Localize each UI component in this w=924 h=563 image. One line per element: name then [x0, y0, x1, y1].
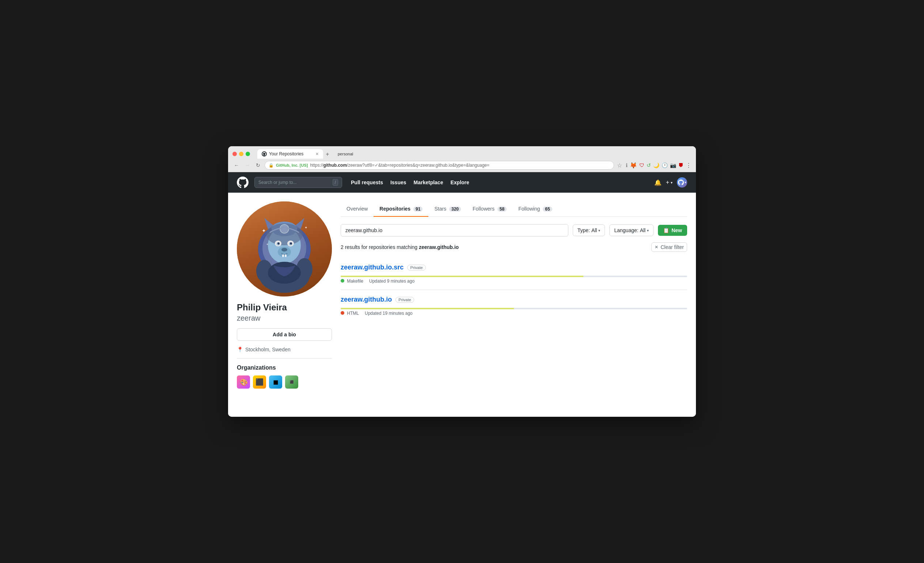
info-icon[interactable]: ℹ [626, 162, 628, 168]
menu-icon[interactable]: ⋮ [686, 162, 692, 169]
star-icon[interactable]: ☆ [617, 162, 622, 169]
repo-progress-bar-1 [340, 276, 687, 277]
browser-toolbar: ← → ↻ 🔒 GitHub, Inc. [US] https://github… [228, 159, 696, 172]
github-search-box[interactable]: Search or jump to... / [254, 177, 342, 188]
new-menu-button[interactable]: + ▾ [666, 179, 672, 186]
url-https: https:// [310, 163, 323, 168]
close-traffic-light[interactable] [232, 152, 237, 156]
nav-issues[interactable]: Issues [390, 180, 406, 185]
repo-lang-1: Makefile [340, 279, 363, 284]
new-tab-button[interactable]: + [323, 150, 332, 159]
location-text: Stockholm, Sweden [245, 347, 291, 353]
results-header: 2 results for repositories matching zeer… [340, 242, 687, 252]
org-icon-3[interactable]: ◼ [269, 375, 282, 389]
results-text: 2 results for repositories matching zeer… [340, 244, 459, 250]
svg-point-9 [280, 224, 289, 233]
nav-explore[interactable]: Explore [450, 180, 469, 185]
tab-title: Your Repositories [269, 152, 303, 156]
tab-overview[interactable]: Overview [340, 201, 374, 217]
add-bio-button[interactable]: Add a bio [237, 328, 332, 341]
maximize-traffic-light[interactable] [246, 152, 250, 156]
clear-filter-label: Clear filter [660, 244, 684, 250]
repo-badge-1: Private [407, 265, 426, 270]
url-path: /zeeraw?utf8=✓&tab=repositories&q=zeeraw… [347, 163, 489, 168]
profile-location: 📍 Stockholm, Sweden [237, 347, 332, 353]
minimize-traffic-light[interactable] [239, 152, 243, 156]
followers-count: 58 [498, 207, 507, 212]
main-content: Overview Repositories 91 Stars 320 Follo… [340, 201, 687, 408]
shield-icon: 🛡 [639, 162, 644, 168]
repository-list: zeeraw.github.io.src Private Makefile Up… [340, 258, 687, 322]
type-label: Type: [578, 227, 590, 233]
profile-sidebar: ✦ ✦ ✦ Philip Vieira zeeraw [237, 201, 332, 408]
repositories-count: 91 [413, 207, 423, 212]
tab-followers[interactable]: Followers 58 [467, 201, 513, 217]
nav-pull-requests[interactable]: Pull requests [351, 180, 383, 185]
repo-link-1[interactable]: zeeraw.github.io.src [340, 264, 404, 271]
forward-button[interactable]: → [243, 162, 252, 169]
nav-marketplace[interactable]: Marketplace [414, 180, 443, 185]
svg-rect-19 [285, 254, 286, 257]
github-header: Search or jump to... / Pull requests Iss… [228, 172, 696, 193]
profile-name: Philip Vieira [237, 302, 332, 312]
stars-count: 320 [449, 207, 461, 212]
org-icon-2[interactable]: ⬛ [253, 375, 266, 389]
repo-meta-2: HTML Updated 19 minutes ago [340, 311, 687, 316]
back-button[interactable]: ← [232, 162, 240, 169]
repo-item-2: zeeraw.github.io Private HTML Updated 19… [340, 290, 687, 322]
profile-label: personal [338, 152, 353, 156]
github-nav: Pull requests Issues Marketplace Explore [351, 180, 469, 185]
clear-filter-button[interactable]: ✕ Clear filter [651, 242, 687, 252]
browser-tabs: Your Repositories ✕ + [257, 149, 332, 159]
repo-item-header-1: zeeraw.github.io.src Private [340, 264, 687, 271]
tab-favicon [262, 152, 267, 156]
org-icon-4[interactable]: ◾ [285, 375, 298, 389]
tab-repositories[interactable]: Repositories 91 [374, 201, 428, 217]
repo-progress-inner-2 [340, 308, 514, 309]
secure-label: GitHub, Inc. [US] [276, 163, 308, 167]
camera-icon: 📷 [670, 162, 676, 168]
clear-filter-icon: ✕ [655, 245, 658, 250]
type-value: All [591, 227, 597, 233]
repo-badge-2: Private [396, 297, 414, 303]
new-repo-button[interactable]: 📋 New [658, 225, 687, 236]
lang-label: Language: [614, 227, 638, 233]
url-text: https://github.com/zeeraw?utf8=✓&tab=rep… [310, 163, 489, 168]
user-avatar[interactable]: ▾ [677, 177, 687, 188]
profile-tabs: Overview Repositories 91 Stars 320 Follo… [340, 201, 687, 217]
traffic-lights [232, 152, 250, 156]
svg-text:✦: ✦ [266, 243, 268, 246]
repo-progress-bar-2 [340, 308, 687, 309]
svg-text:🎨: 🎨 [240, 378, 248, 386]
github-header-right: 🔔 + ▾ ▾ [654, 177, 687, 188]
tab-stars[interactable]: Stars 320 [428, 201, 467, 217]
reload-button[interactable]: ↻ [254, 162, 262, 169]
type-dropdown[interactable]: Type: All ▾ [573, 224, 605, 236]
github-logo[interactable] [237, 177, 249, 188]
language-dropdown[interactable]: Language: All ▾ [609, 224, 654, 236]
address-bar[interactable]: 🔒 GitHub, Inc. [US] https://github.com/z… [265, 161, 614, 170]
tab-following[interactable]: Following 65 [513, 201, 558, 217]
org-icon-1[interactable]: 🎨 [237, 375, 250, 389]
moon-icon: 🌙 [653, 162, 659, 168]
tab-close-button[interactable]: ✕ [315, 152, 319, 156]
results-query: zeeraw.github.io [419, 244, 459, 250]
lang-dot-1 [340, 279, 344, 282]
clock-icon: 🕐 [662, 162, 668, 168]
avatar-illustration: ✦ ✦ ✦ [237, 201, 332, 296]
lang-value: All [640, 227, 646, 233]
repo-search-input[interactable] [340, 224, 568, 237]
following-count: 65 [543, 207, 552, 212]
red-shield-icon: ⛊ [678, 162, 684, 168]
repo-link-2[interactable]: zeeraw.github.io [340, 296, 392, 303]
browser-window: Your Repositories ✕ + personal ← → ↻ 🔒 G… [228, 146, 696, 417]
toolbar-icons: ☆ ℹ 🦊 🛡 ↺ 🌙 🕐 📷 ⛊ ⋮ [617, 162, 692, 169]
url-domain: github.com [323, 163, 347, 168]
notifications-button[interactable]: 🔔 [654, 179, 662, 186]
organizations-list: 🎨 ⬛ ◼ ◾ [237, 375, 332, 389]
page-content: ✦ ✦ ✦ Philip Vieira zeeraw [228, 193, 696, 417]
repo-progress-inner-1 [340, 276, 584, 277]
lang-dot-2 [340, 311, 344, 315]
active-tab[interactable]: Your Repositories ✕ [257, 149, 323, 159]
organizations-title: Organizations [237, 365, 332, 371]
